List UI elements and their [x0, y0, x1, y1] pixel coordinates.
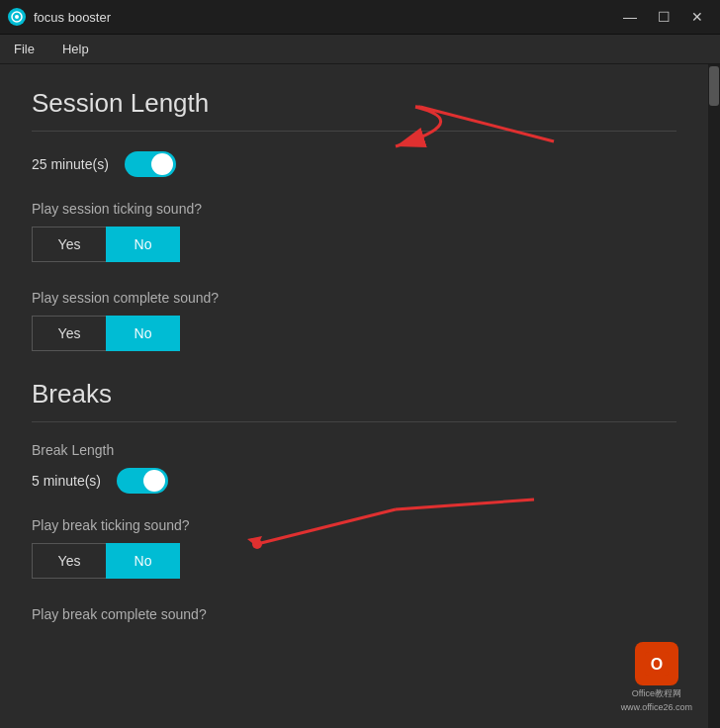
break-ticking-group: Yes No [32, 543, 676, 579]
scrollbar-thumb[interactable] [709, 66, 719, 106]
app-title: focus booster [34, 10, 111, 25]
session-ticking-group: Yes No [32, 227, 676, 262]
svg-point-1 [15, 15, 19, 19]
breaks-divider [32, 421, 676, 422]
break-toggle-track[interactable] [117, 468, 168, 494]
watermark: O Office教程网 www.office26.com [621, 642, 692, 712]
break-length-value: 5 minute(s) [32, 473, 101, 489]
session-complete-yes[interactable]: Yes [32, 316, 106, 351]
close-button[interactable]: ✕ [682, 5, 712, 29]
session-ticking-label: Play session ticking sound? [32, 201, 676, 217]
break-length-toggle[interactable] [117, 468, 168, 494]
maximize-button[interactable]: ☐ [649, 5, 678, 29]
session-ticking-no[interactable]: No [106, 227, 180, 262]
break-toggle-knob [143, 470, 165, 492]
watermark-text-line2: www.office26.com [621, 702, 692, 712]
session-ticking-yes[interactable]: Yes [32, 227, 106, 262]
break-complete-label: Play break complete sound? [32, 606, 676, 622]
session-section: Session Length 25 minute(s) Play session… [32, 88, 676, 351]
break-length-row: 5 minute(s) [32, 468, 676, 494]
breaks-heading: Breaks [32, 379, 676, 410]
watermark-text-line1: Office教程网 [632, 687, 681, 700]
session-length-toggle[interactable] [125, 151, 176, 177]
session-toggle-track[interactable] [125, 151, 176, 177]
app-icon [8, 8, 26, 26]
session-divider [32, 131, 676, 132]
settings-content: Session Length 25 minute(s) Play session… [0, 64, 708, 728]
session-toggle-knob [151, 153, 173, 175]
session-length-row: 25 minute(s) [32, 151, 676, 177]
session-heading: Session Length [32, 88, 676, 119]
break-ticking-no[interactable]: No [106, 543, 180, 579]
menu-bar: File Help [0, 35, 720, 64]
title-bar: focus booster — ☐ ✕ [0, 0, 720, 35]
svg-text:O: O [651, 656, 663, 673]
breaks-section: Breaks Break Length 5 minute(s) Play bre… [32, 379, 676, 622]
menu-item-help[interactable]: Help [56, 38, 95, 60]
break-length-label: Break Length [32, 442, 676, 458]
session-complete-label: Play session complete sound? [32, 290, 676, 306]
session-complete-no[interactable]: No [106, 316, 180, 351]
break-ticking-label: Play break ticking sound? [32, 517, 676, 533]
watermark-icon: O [635, 642, 678, 685]
menu-item-file[interactable]: File [8, 38, 41, 60]
session-complete-group: Yes No [32, 316, 676, 351]
session-length-value: 25 minute(s) [32, 156, 109, 172]
break-ticking-yes[interactable]: Yes [32, 543, 106, 579]
scrollbar-track[interactable] [708, 64, 720, 728]
minimize-button[interactable]: — [615, 5, 645, 29]
